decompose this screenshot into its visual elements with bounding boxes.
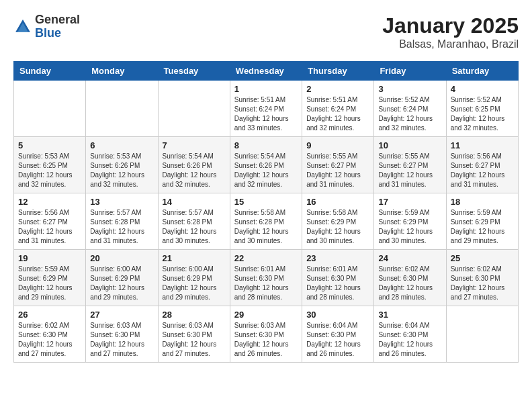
day-detail: Sunrise: 5:56 AM Sunset: 6:27 PM Dayligh…	[451, 152, 514, 189]
calendar-cell: 28Sunrise: 6:03 AM Sunset: 6:30 PM Dayli…	[158, 306, 230, 363]
day-detail: Sunrise: 5:59 AM Sunset: 6:29 PM Dayligh…	[18, 265, 81, 302]
day-detail: Sunrise: 5:55 AM Sunset: 6:27 PM Dayligh…	[378, 152, 441, 189]
calendar-week-row: 12Sunrise: 5:56 AM Sunset: 6:27 PM Dayli…	[14, 193, 519, 250]
day-number: 13	[90, 197, 153, 207]
day-number: 10	[378, 140, 441, 150]
day-detail: Sunrise: 5:54 AM Sunset: 6:26 PM Dayligh…	[234, 152, 298, 189]
day-number: 18	[451, 197, 514, 207]
day-detail: Sunrise: 6:00 AM Sunset: 6:29 PM Dayligh…	[90, 265, 153, 302]
calendar-week-row: 26Sunrise: 6:02 AM Sunset: 6:30 PM Dayli…	[14, 306, 519, 363]
day-detail: Sunrise: 6:04 AM Sunset: 6:30 PM Dayligh…	[378, 321, 441, 359]
calendar-cell: 11Sunrise: 5:56 AM Sunset: 6:27 PM Dayli…	[446, 137, 518, 193]
day-detail: Sunrise: 5:57 AM Sunset: 6:28 PM Dayligh…	[163, 208, 226, 246]
page-header: General Blue January 2025 Balsas, Maranh…	[13, 13, 519, 50]
calendar-cell: 23Sunrise: 6:01 AM Sunset: 6:30 PM Dayli…	[302, 250, 374, 306]
day-detail: Sunrise: 5:52 AM Sunset: 6:25 PM Dayligh…	[451, 95, 514, 133]
calendar-table: SundayMondayTuesdayWednesdayThursdayFrid…	[13, 61, 519, 363]
calendar-week-row: 1Sunrise: 5:51 AM Sunset: 6:24 PM Daylig…	[14, 81, 519, 137]
page-title: January 2025	[382, 13, 519, 38]
day-number: 30	[306, 310, 369, 320]
calendar-cell: 13Sunrise: 5:57 AM Sunset: 6:28 PM Dayli…	[86, 193, 158, 250]
day-number: 2	[306, 84, 369, 94]
calendar-cell: 1Sunrise: 5:51 AM Sunset: 6:24 PM Daylig…	[230, 81, 302, 137]
day-detail: Sunrise: 6:01 AM Sunset: 6:30 PM Dayligh…	[306, 265, 369, 302]
logo-blue-text: Blue	[35, 26, 61, 40]
calendar-cell: 14Sunrise: 5:57 AM Sunset: 6:28 PM Dayli…	[158, 193, 230, 250]
day-detail: Sunrise: 6:02 AM Sunset: 6:30 PM Dayligh…	[451, 265, 514, 302]
calendar-cell: 19Sunrise: 5:59 AM Sunset: 6:29 PM Dayli…	[14, 250, 86, 306]
day-detail: Sunrise: 6:02 AM Sunset: 6:30 PM Dayligh…	[18, 321, 81, 359]
day-number: 9	[306, 140, 369, 150]
calendar-cell: 8Sunrise: 5:54 AM Sunset: 6:26 PM Daylig…	[230, 137, 302, 193]
day-number: 14	[163, 197, 226, 207]
day-detail: Sunrise: 5:56 AM Sunset: 6:27 PM Dayligh…	[18, 208, 81, 246]
day-detail: Sunrise: 5:51 AM Sunset: 6:24 PM Dayligh…	[234, 95, 298, 133]
day-number: 6	[90, 140, 153, 150]
calendar-cell: 18Sunrise: 5:59 AM Sunset: 6:29 PM Dayli…	[446, 193, 518, 250]
calendar-cell: 15Sunrise: 5:58 AM Sunset: 6:28 PM Dayli…	[230, 193, 302, 250]
day-number: 25	[451, 253, 514, 263]
calendar-cell: 31Sunrise: 6:04 AM Sunset: 6:30 PM Dayli…	[374, 306, 446, 363]
calendar-cell: 26Sunrise: 6:02 AM Sunset: 6:30 PM Dayli…	[14, 306, 86, 363]
day-detail: Sunrise: 6:01 AM Sunset: 6:30 PM Dayligh…	[234, 265, 298, 302]
day-detail: Sunrise: 5:58 AM Sunset: 6:29 PM Dayligh…	[306, 208, 369, 246]
weekday-header: Wednesday	[230, 62, 302, 81]
calendar-cell: 4Sunrise: 5:52 AM Sunset: 6:25 PM Daylig…	[446, 81, 518, 137]
day-number: 16	[306, 197, 369, 207]
day-detail: Sunrise: 6:02 AM Sunset: 6:30 PM Dayligh…	[378, 265, 441, 302]
logo-general-text: General	[35, 13, 80, 26]
calendar-cell: 7Sunrise: 5:54 AM Sunset: 6:26 PM Daylig…	[158, 137, 230, 193]
day-number: 22	[234, 253, 298, 263]
day-detail: Sunrise: 5:57 AM Sunset: 6:28 PM Dayligh…	[90, 208, 153, 246]
day-number: 7	[163, 140, 226, 150]
day-detail: Sunrise: 5:53 AM Sunset: 6:26 PM Dayligh…	[90, 152, 153, 189]
calendar-cell: 20Sunrise: 6:00 AM Sunset: 6:29 PM Dayli…	[86, 250, 158, 306]
weekday-header: Tuesday	[158, 62, 230, 81]
day-number: 24	[378, 253, 441, 263]
calendar-cell: 24Sunrise: 6:02 AM Sunset: 6:30 PM Dayli…	[374, 250, 446, 306]
day-number: 5	[18, 140, 81, 150]
logo-icon	[13, 17, 32, 36]
calendar-header-row: SundayMondayTuesdayWednesdayThursdayFrid…	[14, 62, 519, 81]
day-number: 29	[234, 310, 298, 320]
day-detail: Sunrise: 6:00 AM Sunset: 6:29 PM Dayligh…	[163, 265, 226, 302]
day-detail: Sunrise: 6:03 AM Sunset: 6:30 PM Dayligh…	[90, 321, 153, 359]
weekday-header: Thursday	[302, 62, 374, 81]
day-number: 1	[234, 84, 298, 94]
calendar-cell: 22Sunrise: 6:01 AM Sunset: 6:30 PM Dayli…	[230, 250, 302, 306]
day-number: 3	[378, 84, 441, 94]
calendar-cell: 2Sunrise: 5:51 AM Sunset: 6:24 PM Daylig…	[302, 81, 374, 137]
calendar-cell: 3Sunrise: 5:52 AM Sunset: 6:24 PM Daylig…	[374, 81, 446, 137]
day-number: 11	[451, 140, 514, 150]
day-detail: Sunrise: 5:52 AM Sunset: 6:24 PM Dayligh…	[378, 95, 441, 133]
day-detail: Sunrise: 6:03 AM Sunset: 6:30 PM Dayligh…	[163, 321, 226, 359]
calendar-cell: 16Sunrise: 5:58 AM Sunset: 6:29 PM Dayli…	[302, 193, 374, 250]
day-number: 8	[234, 140, 298, 150]
calendar-cell: 27Sunrise: 6:03 AM Sunset: 6:30 PM Dayli…	[86, 306, 158, 363]
calendar-cell	[86, 81, 158, 137]
calendar-cell: 12Sunrise: 5:56 AM Sunset: 6:27 PM Dayli…	[14, 193, 86, 250]
title-block: January 2025 Balsas, Maranhao, Brazil	[382, 13, 519, 50]
day-number: 26	[18, 310, 81, 320]
calendar-cell: 25Sunrise: 6:02 AM Sunset: 6:30 PM Dayli…	[446, 250, 518, 306]
weekday-header: Sunday	[14, 62, 86, 81]
weekday-header: Friday	[374, 62, 446, 81]
weekday-header: Saturday	[446, 62, 518, 81]
day-detail: Sunrise: 5:51 AM Sunset: 6:24 PM Dayligh…	[306, 95, 369, 133]
calendar-cell	[446, 306, 518, 363]
day-number: 21	[163, 253, 226, 263]
day-number: 12	[18, 197, 81, 207]
calendar-cell: 17Sunrise: 5:59 AM Sunset: 6:29 PM Dayli…	[374, 193, 446, 250]
day-number: 28	[163, 310, 226, 320]
day-detail: Sunrise: 6:04 AM Sunset: 6:30 PM Dayligh…	[306, 321, 369, 359]
calendar-cell: 29Sunrise: 6:03 AM Sunset: 6:30 PM Dayli…	[230, 306, 302, 363]
calendar-cell: 21Sunrise: 6:00 AM Sunset: 6:29 PM Dayli…	[158, 250, 230, 306]
calendar-cell: 6Sunrise: 5:53 AM Sunset: 6:26 PM Daylig…	[86, 137, 158, 193]
calendar-cell: 30Sunrise: 6:04 AM Sunset: 6:30 PM Dayli…	[302, 306, 374, 363]
weekday-header: Monday	[86, 62, 158, 81]
day-number: 31	[378, 310, 441, 320]
day-number: 19	[18, 253, 81, 263]
calendar-week-row: 5Sunrise: 5:53 AM Sunset: 6:25 PM Daylig…	[14, 137, 519, 193]
page-subtitle: Balsas, Maranhao, Brazil	[382, 38, 519, 50]
day-detail: Sunrise: 5:54 AM Sunset: 6:26 PM Dayligh…	[163, 152, 226, 189]
